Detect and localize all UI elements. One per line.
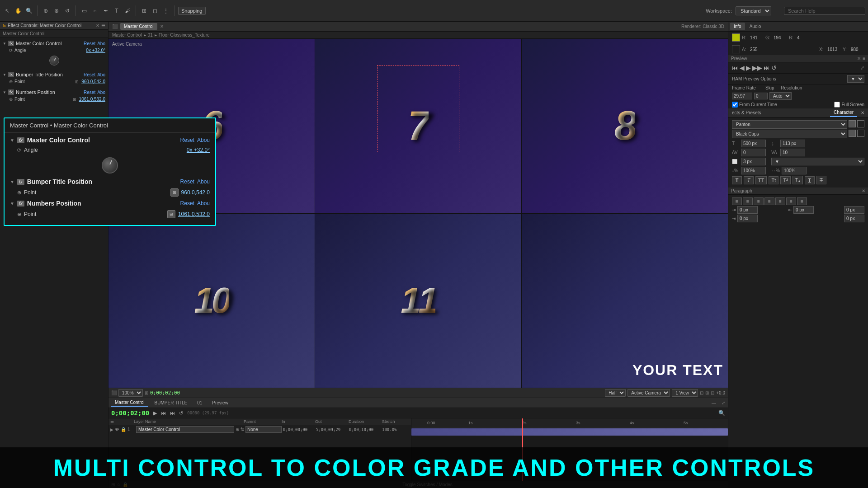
ec-angle-value[interactable]: 0x +32.0° [86, 48, 105, 53]
strike-btn[interactable]: T̶ [816, 176, 826, 184]
toolbar-text-icon[interactable]: T [112, 6, 121, 15]
tl-tab-master[interactable]: Master Control [111, 399, 148, 407]
tl-playhead[interactable] [522, 418, 523, 481]
skip-input[interactable] [754, 93, 768, 99]
toolbar-brush-icon[interactable]: 🖌 [123, 6, 132, 15]
comp-tab-close[interactable]: ✕ [160, 24, 164, 29]
underline-btn[interactable]: T [805, 176, 815, 184]
overlay-reset-master[interactable]: Reset [180, 137, 194, 143]
style-select[interactable]: Black Caps [732, 130, 847, 138]
ec-numbers-point-value[interactable]: 1061.0,532.0 [79, 97, 105, 102]
tl-play-btn[interactable]: ▶ [152, 410, 158, 417]
pv-loop[interactable]: ↺ [771, 64, 777, 71]
overlay-toggle-bumper[interactable]: ▼ [10, 179, 14, 184]
ec-reset-master[interactable]: Reset [84, 41, 95, 46]
tl-next-frame[interactable]: ⏭ [169, 410, 176, 416]
toolbar-puppet-icon[interactable]: ⋮ [161, 6, 170, 15]
style-color-swatch[interactable] [849, 130, 856, 137]
overlay-about-bumper[interactable]: Abou [197, 178, 210, 185]
tl-tab-01[interactable]: 01 [193, 399, 206, 406]
stroke-select[interactable]: ▼ [771, 158, 864, 165]
tl-tab-bumper[interactable]: BUMPER TITLE [151, 399, 191, 406]
stroke-input[interactable] [741, 158, 766, 165]
leading-input[interactable] [780, 140, 805, 147]
tl-parent-select[interactable]: None [245, 426, 282, 433]
ram-preview-select[interactable]: ▼ [847, 75, 864, 83]
overlay-effect-numbers-row[interactable]: ▼ fx Numbers Position Reset Abou [5, 198, 215, 209]
justify-left-btn[interactable]: ≡ [764, 197, 774, 205]
panel-menu-btn[interactable]: ☰ [101, 23, 105, 28]
kerning-input[interactable] [741, 149, 766, 156]
ec-toggle-numbers[interactable]: ▼ [3, 90, 6, 94]
breadcrumb-master[interactable]: Master Control [112, 33, 142, 38]
panel-close-btn[interactable]: ✕ [96, 23, 99, 28]
ec-reset-numbers[interactable]: Reset [84, 90, 95, 95]
overlay-angle-knob[interactable] [102, 157, 118, 174]
left-indent-input[interactable] [737, 206, 758, 214]
tl-expand-icon[interactable]: ▶ [110, 427, 113, 432]
ep-tab[interactable]: ects & Presets [728, 109, 764, 117]
font-color-swatch[interactable] [849, 120, 856, 127]
pv-next-frame[interactable]: ▶▶ [752, 64, 762, 71]
zoom-select[interactable]: 100% [118, 389, 143, 397]
ec-bumper-point-value[interactable]: 960.0,542.0 [81, 79, 105, 84]
comp-tab-master[interactable]: Master Control [120, 23, 157, 30]
preview-close-btn[interactable]: ✕ [857, 56, 861, 61]
pv-play-stop[interactable]: ▶ [746, 64, 751, 71]
style-stroke-swatch[interactable] [857, 130, 864, 137]
align-right-btn[interactable]: ≡ [754, 197, 764, 205]
sub-btn[interactable]: T₂ [793, 176, 803, 184]
toolbar-rotate-icon[interactable]: ↺ [63, 6, 72, 15]
overlay-reset-bumper[interactable]: Reset [180, 178, 194, 185]
ec-angle-knob[interactable] [49, 56, 59, 66]
overlay-angle-value[interactable]: 0x +32.0° [187, 147, 210, 153]
ec-reset-bumper[interactable]: Reset [84, 72, 95, 77]
font-stroke-swatch[interactable] [857, 120, 864, 127]
justify-right-btn[interactable]: ≡ [786, 197, 796, 205]
toolbar-hand-icon[interactable]: ✋ [14, 6, 23, 15]
tl-view-icon[interactable]: ⊞ [111, 482, 115, 487]
right-indent-input[interactable] [793, 206, 814, 214]
toolbar-anchor-icon[interactable]: ⊗ [52, 6, 61, 15]
overlay-toggle-numbers[interactable]: ▼ [10, 201, 14, 206]
before-para-input[interactable] [844, 206, 864, 214]
overlay-bumper-point-value[interactable]: 960.0,542.0 [181, 189, 210, 196]
toolbar-rect-icon[interactable]: ▭ [80, 6, 89, 15]
quality-select[interactable]: Half [605, 389, 626, 397]
pv-go-start[interactable]: ⏮ [732, 64, 738, 71]
fr-input[interactable] [732, 93, 752, 99]
after-para-input[interactable] [844, 215, 864, 222]
toolbar-move-icon[interactable]: ⊕ [41, 6, 50, 15]
vscale-input[interactable] [741, 167, 766, 174]
preview-menu-btn[interactable]: ≡ [863, 56, 865, 61]
ec-toggle-master[interactable]: ▼ [3, 42, 6, 46]
overlay-about-numbers[interactable]: Abou [197, 200, 210, 206]
italic-btn[interactable]: T [744, 176, 754, 184]
search-input[interactable] [784, 7, 865, 15]
from-current-time-check[interactable]: From Current Time [732, 102, 777, 108]
overlay-effect-master-row[interactable]: ▼ fx Master Color Control Reset Abou [5, 135, 215, 145]
overlay-effect-bumper-row[interactable]: ▼ fx Bumper Title Position Reset Abou [5, 176, 215, 187]
tl-search-icon[interactable]: 🔍 [718, 410, 725, 416]
overlay-toggle-master[interactable]: ▼ [10, 138, 14, 143]
para-close-btn[interactable]: ✕ [862, 188, 865, 193]
ec-about-master[interactable]: Abo [97, 41, 105, 46]
tl-minimize-btn[interactable]: — [712, 400, 716, 405]
overlay-bumper-crosshair[interactable]: ⊞ [170, 188, 179, 197]
overlay-numbers-point-value[interactable]: 1061.0,532.0 [178, 211, 210, 217]
toolbar-eraser-icon[interactable]: ◻ [151, 6, 160, 15]
tl-prev-frame[interactable]: ⏮ [160, 410, 167, 416]
toolbar-clone-icon[interactable]: ⊞ [140, 6, 149, 15]
toolbar-zoom-icon[interactable]: 🔍 [24, 6, 33, 15]
ec-effect-bumper-row[interactable]: ▼ fx Bumper Title Position Reset Abo [0, 71, 108, 78]
pv-expand-btn[interactable]: ⤢ [860, 65, 864, 71]
ec-effect-numbers-row[interactable]: ▼ fx Numbers Position Reset Abo [0, 89, 108, 96]
justify-all-btn[interactable]: ≡ [797, 197, 807, 205]
font-select[interactable]: Panton [732, 120, 847, 129]
justify-center-btn[interactable]: ≡ [775, 197, 785, 205]
rp-tab-audio[interactable]: Audio [746, 23, 765, 30]
overlay-about-master[interactable]: Abou [197, 137, 210, 143]
tracking-input[interactable] [780, 149, 805, 156]
tl-lock-icon-bottom[interactable]: 🔒 [123, 482, 128, 487]
overlay-reset-numbers[interactable]: Reset [180, 200, 194, 206]
